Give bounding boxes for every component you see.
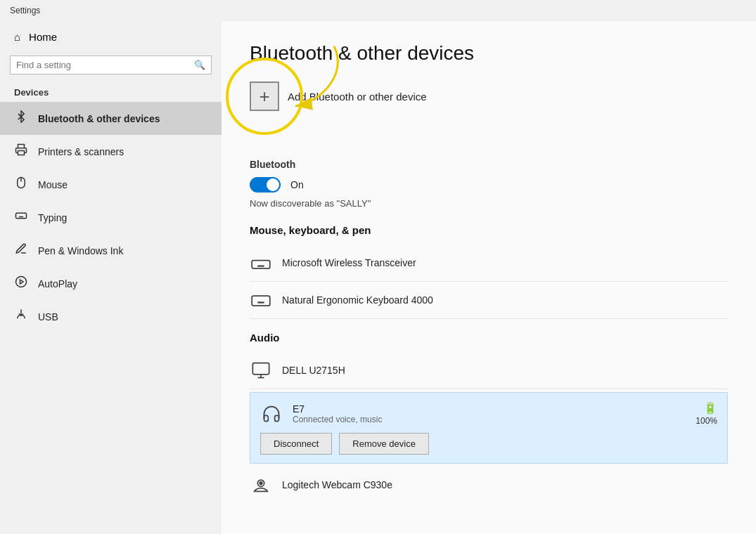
sidebar: ⌂ Home 🔍 Devices Bluetooth & other devic…	[0, 21, 222, 534]
keyboard2-name: Natural Ergonomic Keyboard 4000	[282, 294, 433, 306]
e7-name: E7	[293, 403, 686, 415]
sidebar-label-bluetooth: Bluetooth & other devices	[38, 113, 160, 124]
sidebar-item-pen[interactable]: Pen & Windows Ink	[0, 234, 222, 267]
device-item-webcam: Logitech Webcam C930e	[250, 467, 728, 503]
svg-point-30	[260, 482, 262, 485]
mouse-icon	[14, 176, 28, 193]
e7-action-buttons: Disconnect Remove device	[260, 433, 717, 455]
pen-icon	[14, 242, 28, 259]
e7-info: E7 Connected voice, music	[293, 403, 686, 424]
remove-device-button[interactable]: Remove device	[339, 433, 429, 455]
sidebar-item-usb[interactable]: USB	[0, 300, 222, 333]
sidebar-label-pen: Pen & Windows Ink	[38, 245, 123, 256]
sidebar-label-typing: Typing	[38, 212, 67, 223]
bluetooth-toggle-label: On	[290, 179, 304, 190]
add-device-plus-box[interactable]: +	[250, 82, 279, 111]
search-box[interactable]: 🔍	[10, 56, 212, 74]
device-item-transceiver: Microsoft Wireless Transceiver	[250, 245, 728, 282]
bluetooth-row: On	[250, 177, 728, 193]
device-item-keyboard: Natural Ergonomic Keyboard 4000	[250, 282, 728, 319]
sidebar-item-mouse[interactable]: Mouse	[0, 168, 222, 201]
monitor-icon	[250, 359, 272, 382]
main-content: Bluetooth & other devices + Add Bluetoot…	[222, 21, 756, 534]
sidebar-item-autoplay[interactable]: AutoPlay	[0, 267, 222, 300]
bluetooth-icon	[14, 110, 28, 126]
webcam-name: Logitech Webcam C930e	[282, 479, 392, 490]
svg-rect-0	[18, 151, 25, 155]
svg-rect-26	[252, 363, 269, 375]
sidebar-item-printers[interactable]: Printers & scanners	[0, 135, 222, 168]
device-item-e7-expanded[interactable]: E7 Connected voice, music 🔋 100% Disconn…	[250, 392, 728, 464]
svg-rect-19	[252, 296, 270, 306]
add-device-icon-container: +	[250, 82, 279, 111]
bluetooth-toggle[interactable]	[250, 177, 281, 193]
e7-sub: Connected voice, music	[293, 415, 686, 424]
audio-section-title: Audio	[250, 332, 728, 344]
svg-rect-3	[16, 213, 27, 219]
disconnect-button[interactable]: Disconnect	[260, 433, 332, 455]
sidebar-label-autoplay: AutoPlay	[38, 278, 77, 289]
battery-icon: 🔋	[703, 401, 717, 415]
headphones-icon	[260, 403, 283, 425]
add-device-label: Add Bluetooth or other device	[288, 91, 427, 103]
sidebar-home-button[interactable]: ⌂ Home	[0, 21, 222, 53]
add-device-button[interactable]: + Add Bluetooth or other device	[250, 82, 427, 111]
sidebar-item-typing[interactable]: Typing	[0, 201, 222, 234]
home-label: Home	[29, 31, 57, 43]
search-input[interactable]	[16, 60, 194, 70]
device-item-dell: DELL U2715H	[250, 352, 728, 389]
svg-point-9	[16, 277, 27, 287]
page-title: Bluetooth & other devices	[250, 42, 728, 65]
e7-battery-info: 🔋 100%	[696, 401, 717, 426]
title-bar-label: Settings	[10, 6, 40, 15]
sidebar-label-usb: USB	[38, 311, 58, 323]
battery-label: 100%	[696, 416, 717, 426]
svg-rect-12	[252, 261, 270, 269]
home-icon: ⌂	[14, 31, 20, 43]
transceiver-name: Microsoft Wireless Transceiver	[282, 257, 416, 268]
sidebar-label-printers: Printers & scanners	[38, 146, 124, 157]
title-bar: Settings	[0, 0, 756, 21]
search-icon: 🔍	[194, 60, 205, 70]
keyboard2-icon	[250, 289, 272, 311]
keyboard-icon	[14, 209, 28, 226]
plus-icon: +	[259, 86, 269, 108]
bluetooth-section-header: Bluetooth	[250, 159, 728, 170]
transceiver-icon	[250, 252, 272, 274]
printer-icon	[14, 143, 28, 159]
svg-marker-10	[20, 280, 24, 284]
app-container: ⌂ Home 🔍 Devices Bluetooth & other devic…	[0, 21, 756, 534]
sidebar-section-devices: Devices	[0, 83, 222, 102]
mouse-keyboard-section-title: Mouse, keyboard, & pen	[250, 224, 728, 236]
webcam-icon	[250, 474, 272, 496]
sidebar-item-bluetooth[interactable]: Bluetooth & other devices	[0, 102, 222, 135]
usb-icon	[14, 308, 28, 325]
autoplay-icon	[14, 275, 28, 292]
sidebar-label-mouse: Mouse	[38, 179, 68, 190]
discoverable-text: Now discoverable as "SALLY"	[250, 198, 728, 209]
dell-name: DELL U2715H	[282, 365, 345, 376]
